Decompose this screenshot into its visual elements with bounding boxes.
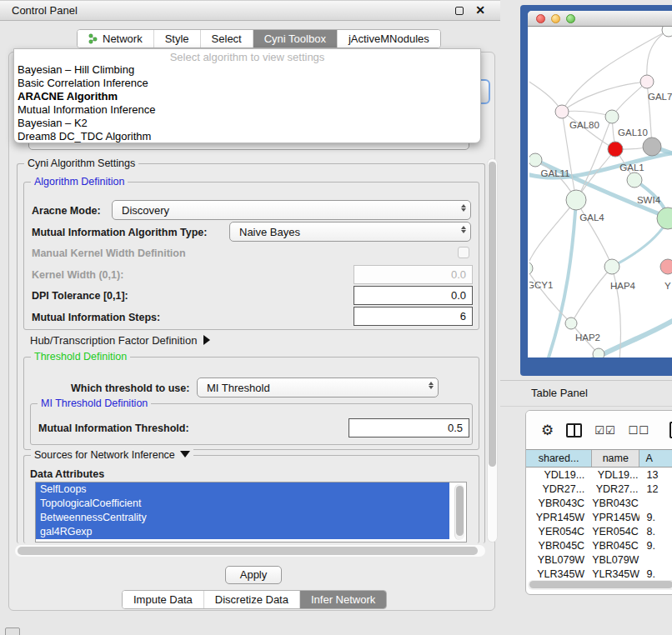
tab-impute-data[interactable]: Impute Data <box>123 591 204 608</box>
tab-label: Impute Data <box>133 591 193 608</box>
tab-label: jActiveMNodules <box>349 30 429 48</box>
table-cell: YDR27... <box>592 482 639 497</box>
aracne-mode-combobox[interactable]: Discovery <box>112 200 471 220</box>
network-edge[interactable] <box>571 267 612 323</box>
tab-infer-network[interactable]: Infer Network <box>300 591 386 608</box>
list-scrollbar[interactable] <box>454 484 464 540</box>
hub-definition-toggle[interactable]: Hub/Transcription Factor Definition <box>30 334 210 347</box>
network-node-label: HAP2 <box>575 332 600 342</box>
deselect-all-checkboxes-icon[interactable]: ☐☐ <box>629 424 649 437</box>
settings-vertical-scrollbar[interactable] <box>487 158 498 542</box>
columns-icon[interactable] <box>566 423 582 438</box>
network-node[interactable] <box>593 348 604 358</box>
network-window[interactable]: GAL7GAL80GAL10GAL1GAL11SWI4GAL4GCY1HAP4Y… <box>528 11 672 358</box>
network-node[interactable] <box>604 259 619 274</box>
network-node[interactable] <box>605 110 619 123</box>
network-node[interactable] <box>529 153 542 167</box>
gear-icon[interactable]: ⚙ <box>541 422 554 439</box>
network-node[interactable] <box>566 190 586 210</box>
network-node[interactable] <box>608 142 623 157</box>
select-all-checkboxes-icon[interactable]: ☑☑ <box>594 424 615 437</box>
manual-kernel-checkbox[interactable] <box>458 247 469 258</box>
scrollbar-thumb[interactable] <box>18 547 478 555</box>
table-horizontal-scrollbar[interactable] <box>528 580 672 590</box>
network-node[interactable] <box>657 208 672 229</box>
mi-threshold-field[interactable]: 0.5 <box>349 418 469 438</box>
dropdown-item[interactable]: Dream8 DC_TDC Algorithm <box>14 130 480 143</box>
network-node[interactable] <box>565 318 577 329</box>
list-item[interactable]: BetweennessCentrality <box>36 511 449 525</box>
network-edge[interactable] <box>562 82 647 112</box>
close-icon[interactable]: ✕ <box>475 3 485 17</box>
field-value: 0.0 <box>451 268 466 281</box>
kernel-width-field[interactable]: 0.0 <box>354 265 473 284</box>
network-node[interactable] <box>529 262 533 275</box>
scrollbar-thumb[interactable] <box>529 581 672 588</box>
network-node[interactable] <box>555 105 569 118</box>
table-row[interactable]: YBL079WYBL079W <box>526 553 672 568</box>
dropdown-item[interactable]: Basic Correlation Inference <box>14 77 480 90</box>
tab-style[interactable]: Style <box>154 30 201 48</box>
dropdown-item[interactable]: Bayesian – Hill Climbing <box>14 63 480 77</box>
mi-steps-field[interactable]: 6 <box>354 307 473 326</box>
table-row[interactable]: YER054CYER054C8. <box>526 525 672 539</box>
list-item[interactable]: SelfLoops <box>36 482 449 497</box>
network-window-titlebar[interactable] <box>528 11 672 27</box>
combobox-value: Discovery <box>122 204 169 217</box>
apply-button[interactable]: Apply <box>225 566 282 584</box>
control-panel-tabbar: Network Style Select Cyni Toolbox jActiv… <box>77 29 441 48</box>
group-title: Algorithm Definition <box>31 176 128 188</box>
column-header-partial[interactable]: A <box>639 450 672 467</box>
network-node[interactable] <box>627 172 642 188</box>
network-node[interactable] <box>660 259 672 274</box>
table-row[interactable]: YBR045CYBR045C9. <box>526 539 672 553</box>
scrollbar-thumb[interactable] <box>489 162 496 467</box>
settings-horizontal-scrollbar[interactable] <box>15 545 485 557</box>
minimize-traffic-light-icon[interactable] <box>551 14 560 23</box>
network-edge[interactable] <box>562 111 612 117</box>
tab-select[interactable]: Select <box>201 30 253 48</box>
dropdown-item-aracne[interactable]: ARACNE Algorithm <box>14 90 480 103</box>
expanded-arrow-icon[interactable] <box>180 451 190 458</box>
column-header-shared[interactable]: shared... <box>526 450 592 467</box>
dropdown-item[interactable]: Mutual Information Inference <box>14 103 480 117</box>
close-traffic-light-icon[interactable] <box>536 14 545 23</box>
network-node-label: GAL7 <box>648 92 672 102</box>
float-window-icon[interactable] <box>455 7 464 15</box>
dpi-tolerance-field[interactable]: 0.0 <box>354 286 473 305</box>
which-threshold-combobox[interactable]: MI Threshold <box>197 378 439 398</box>
tab-cyni-toolbox[interactable]: Cyni Toolbox <box>253 30 338 48</box>
data-attributes-list[interactable]: SelfLoops TopologicalCoefficient Between… <box>35 482 467 542</box>
network-node[interactable] <box>662 27 672 37</box>
table-row[interactable]: YPR145WYPR145W9. <box>526 511 672 525</box>
network-node-label: GAL4 <box>579 212 604 222</box>
list-item[interactable]: TopologicalCoefficient <box>36 497 449 511</box>
tab-jactivemnodules[interactable]: jActiveMNodules <box>338 30 440 48</box>
zoom-traffic-light-icon[interactable] <box>566 14 575 23</box>
mi-algorithm-type-combobox[interactable]: Naive Bayes <box>229 222 471 242</box>
network-node[interactable] <box>640 75 654 88</box>
minimized-panel-icon[interactable] <box>5 628 20 635</box>
table-row[interactable]: YBR043CYBR043C <box>526 497 672 511</box>
column-header-name[interactable]: name <box>592 450 639 467</box>
network-edge[interactable] <box>529 77 562 112</box>
table-row[interactable]: YLR345WYLR345W9. <box>526 568 672 578</box>
network-node[interactable] <box>643 138 661 156</box>
network-node-label: GAL1 <box>619 162 644 172</box>
network-node-label: GAL11 <box>541 168 570 178</box>
list-item[interactable]: gal4RGexp <box>36 525 449 539</box>
divider <box>500 406 672 407</box>
table-row[interactable]: YDR27...YDR27...12 <box>526 482 672 497</box>
table-cell: YER054C <box>592 525 639 539</box>
table-cell: YBR045C <box>592 539 639 553</box>
network-edge[interactable] <box>548 200 576 358</box>
network-canvas[interactable]: GAL7GAL80GAL10GAL1GAL11SWI4GAL4GCY1HAP4Y… <box>529 27 672 358</box>
scrollbar-thumb[interactable] <box>456 486 464 536</box>
network-edge[interactable] <box>647 30 669 82</box>
tab-network[interactable]: Network <box>78 30 154 48</box>
network-edge[interactable] <box>576 200 612 267</box>
tab-discretize-data[interactable]: Discretize Data <box>204 591 300 608</box>
network-edge[interactable] <box>612 220 668 267</box>
table-row[interactable]: YDL19...YDL19...13 <box>526 468 672 482</box>
dropdown-item[interactable]: Bayesian – K2 <box>14 117 480 130</box>
